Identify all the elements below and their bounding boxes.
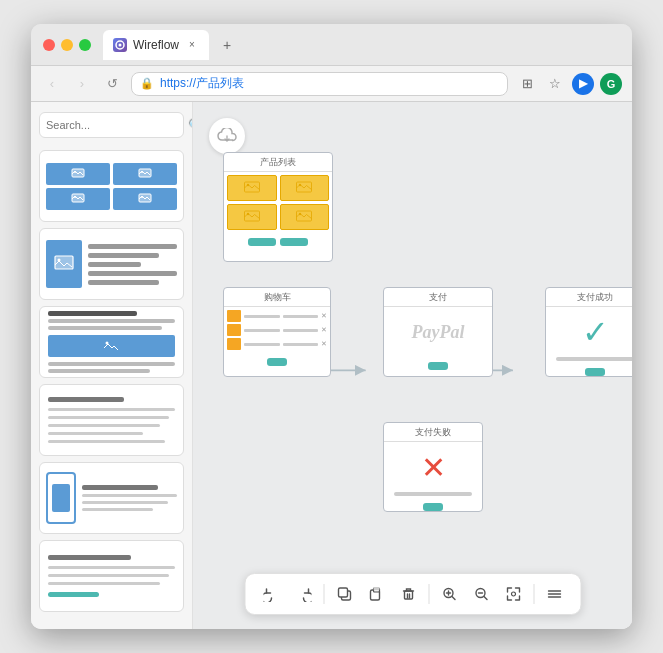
success-box-title: 支付成功	[546, 288, 632, 307]
cart-color-2	[227, 324, 241, 336]
toolbar-divider-3	[533, 584, 534, 604]
browser-tab[interactable]: Wireflow ×	[103, 30, 209, 60]
diagram-area: 产品列表	[213, 152, 622, 569]
tmpl1-cell-1	[46, 163, 110, 185]
tmpl5-title	[82, 485, 158, 490]
search-input[interactable]	[46, 119, 184, 131]
payment-box[interactable]: 支付 PayPal	[383, 287, 493, 377]
tab-area: Wireflow × +	[103, 30, 620, 60]
success-box[interactable]: 支付成功 ✓	[545, 287, 632, 377]
grid-icon[interactable]: ⊞	[516, 73, 538, 95]
cart-line-3	[244, 343, 280, 346]
cloud-save-button[interactable]	[209, 118, 245, 154]
check-icon: ✓	[582, 313, 609, 351]
tmpl3-line-3	[48, 362, 175, 366]
template-list	[31, 146, 192, 620]
maximize-button[interactable]	[79, 39, 91, 51]
tmpl5-line-1	[82, 494, 177, 497]
tmpl5-phone	[46, 472, 76, 524]
product-item-3	[227, 204, 277, 230]
template-item-1[interactable]	[39, 150, 184, 222]
product-buttons	[224, 235, 332, 249]
copy-button[interactable]	[330, 580, 358, 608]
tmpl4-line-5	[48, 440, 165, 443]
payment-btn	[428, 362, 448, 370]
url-domain: 产品列表	[196, 76, 244, 90]
paste-button[interactable]	[362, 580, 390, 608]
extension-blue-button[interactable]: ▶	[572, 73, 594, 95]
traffic-lights	[43, 39, 91, 51]
tab-close-button[interactable]: ×	[185, 38, 199, 52]
tmpl6-line-3	[48, 582, 160, 585]
forward-button[interactable]: ›	[71, 73, 93, 95]
products-box[interactable]: 产品列表	[223, 152, 333, 262]
new-tab-button[interactable]: +	[217, 35, 237, 55]
main-canvas[interactable]: 产品列表	[193, 102, 632, 629]
template-item-5[interactable]	[39, 462, 184, 534]
search-bar[interactable]: 🔍	[39, 112, 184, 138]
url-protocol: https://	[160, 76, 196, 90]
delete-button[interactable]	[394, 580, 422, 608]
tab-favicon	[113, 38, 127, 52]
tmpl2-line-4	[88, 271, 177, 276]
tmpl4-line-1	[48, 408, 175, 411]
svg-rect-2	[72, 169, 84, 177]
tmpl3-line-1	[48, 319, 175, 323]
paypal-area: PayPal	[384, 307, 492, 357]
back-button[interactable]: ‹	[41, 73, 63, 95]
svg-point-1	[119, 43, 122, 46]
product-item-1	[227, 175, 277, 201]
more-button[interactable]	[540, 580, 568, 608]
template-item-3[interactable]	[39, 306, 184, 378]
svg-rect-27	[244, 211, 259, 221]
url-bar[interactable]: 🔒 https://产品列表	[131, 72, 508, 96]
template-item-2[interactable]	[39, 228, 184, 300]
success-btn	[585, 368, 605, 376]
template-item-4[interactable]	[39, 384, 184, 456]
addressbar: ‹ › ↺ 🔒 https://产品列表 ⊞ ☆ ▶ G	[31, 66, 632, 102]
svg-rect-25	[297, 182, 312, 192]
tmpl6-button	[48, 592, 99, 597]
product-btn-2	[280, 238, 308, 246]
svg-rect-11	[139, 194, 151, 202]
payment-box-title: 支付	[384, 288, 492, 307]
product-item-2	[280, 175, 330, 201]
failure-box-title: 支付失败	[384, 423, 482, 442]
tmpl2-line-3	[88, 262, 141, 267]
svg-point-16	[58, 259, 61, 262]
failure-buttons	[384, 500, 482, 514]
template-item-6[interactable]	[39, 540, 184, 612]
zoom-in-button[interactable]	[435, 580, 463, 608]
tmpl6-title	[48, 555, 131, 560]
tmpl6-line-2	[48, 574, 169, 577]
tmpl1-cell-4	[113, 188, 177, 210]
failure-box[interactable]: 支付失败 ✕	[383, 422, 483, 512]
fit-button[interactable]	[499, 580, 527, 608]
bookmark-icon[interactable]: ☆	[544, 73, 566, 95]
tmpl3-image	[48, 335, 175, 357]
tmpl4-line-2	[48, 416, 169, 419]
redo-button[interactable]	[289, 580, 317, 608]
svg-point-17	[105, 342, 108, 345]
tab-title: Wireflow	[133, 38, 179, 52]
products-box-title: 产品列表	[224, 153, 332, 172]
product-item-4	[280, 204, 330, 230]
cart-color-1	[227, 310, 241, 322]
check-area: ✓	[546, 307, 632, 357]
tmpl5-line-3	[82, 508, 153, 511]
close-button[interactable]	[43, 39, 55, 51]
browser-actions: ⊞ ☆ ▶ G	[516, 73, 622, 95]
tmpl2-image	[46, 240, 82, 288]
cart-box[interactable]: 购物车 ✕ ✕	[223, 287, 331, 377]
product-grid	[224, 172, 332, 233]
minimize-button[interactable]	[61, 39, 73, 51]
app-content: 🔍	[31, 102, 632, 629]
svg-point-4	[74, 171, 76, 173]
extension-green-button[interactable]: G	[600, 73, 622, 95]
undo-button[interactable]	[257, 580, 285, 608]
zoom-out-button[interactable]	[467, 580, 495, 608]
tmpl6-line-1	[48, 566, 175, 569]
reload-button[interactable]: ↺	[101, 73, 123, 95]
tmpl4-line-3	[48, 424, 160, 427]
tmpl2-line-1	[88, 244, 177, 249]
